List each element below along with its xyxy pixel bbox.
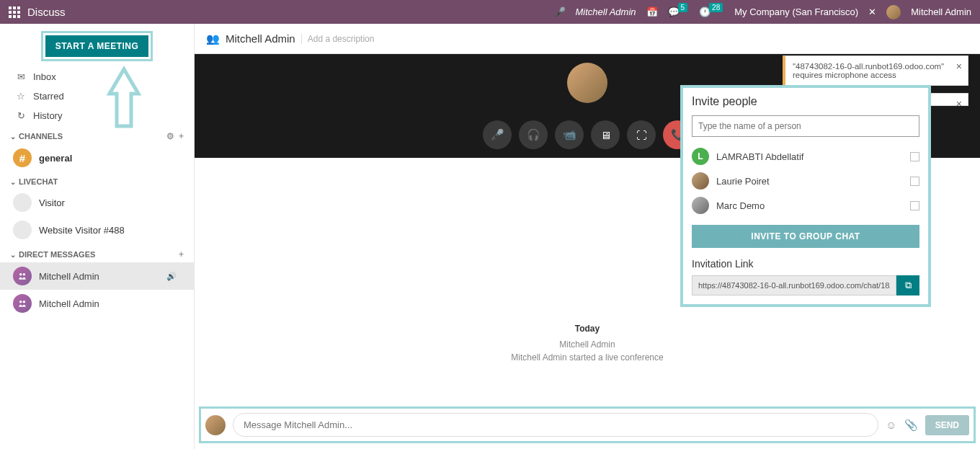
nav-starred[interactable]: ☆Starred	[0, 86, 194, 106]
section-actions: ⚙+	[166, 131, 184, 141]
plus-icon[interactable]: +	[179, 249, 184, 259]
invite-panel: Invite people L LAMRABTI Abdellatif Laur…	[680, 85, 931, 307]
system-message: Mitchell Admin Mitchell Admin started a …	[195, 338, 980, 364]
section-direct[interactable]: ⌄DIRECT MESSAGES+	[0, 244, 194, 262]
chat-icon[interactable]: 💬5	[668, 6, 690, 17]
person-row[interactable]: L LAMRABTI Abdellatif	[692, 144, 919, 169]
sidebar: START A MEETING ✉Inbox ☆Starred ↻History…	[0, 24, 195, 449]
checkbox[interactable]	[910, 177, 919, 186]
composer-avatar	[205, 415, 226, 435]
calendar-icon[interactable]: 📅	[646, 6, 658, 17]
avatar	[13, 267, 32, 285]
section-label: LIVECHAT	[19, 177, 58, 186]
fullscreen-button[interactable]: ⛶	[627, 120, 656, 149]
person-name: Marc Demo	[716, 200, 765, 211]
topbar: Discuss 🎤 Mitchell Admin 📅 💬5 🕐28 My Com…	[0, 0, 980, 24]
meeting-btn-highlight: START A MEETING	[41, 31, 153, 61]
person-name: Laurie Poiret	[716, 176, 770, 187]
checkbox[interactable]	[910, 201, 919, 210]
section-label: DIRECT MESSAGES	[19, 250, 95, 259]
start-meeting-button[interactable]: START A MEETING	[45, 35, 149, 57]
username[interactable]: Mitchell Admin	[911, 6, 971, 17]
annotation-arrow-up	[107, 65, 141, 130]
hash-icon: #	[13, 148, 32, 167]
settings-icon[interactable]: ✕	[868, 6, 876, 17]
mic-icon[interactable]: 🎤	[554, 6, 566, 17]
history-icon: ↻	[16, 110, 26, 121]
star-icon: ☆	[16, 91, 26, 102]
nav-label: Starred	[33, 91, 64, 102]
person-row[interactable]: Laurie Poiret	[692, 169, 919, 193]
chat-badge: 5	[678, 3, 688, 12]
notification-text: "48743082-16-0-all.runbot169.odoo.com" r…	[793, 62, 944, 79]
invite-search-input[interactable]	[692, 115, 919, 137]
nav-history[interactable]: ↻History	[0, 106, 194, 125]
invitation-link-title: Invitation Link	[692, 258, 919, 270]
close-icon[interactable]: ×	[956, 98, 962, 110]
message-input[interactable]	[233, 413, 878, 437]
close-icon[interactable]: ×	[956, 61, 962, 72]
copy-link-button[interactable]: ⧉	[896, 275, 919, 295]
composer-highlight: ☺ 📎 SEND	[199, 406, 976, 443]
livechat-item[interactable]: Website Visitor #488	[0, 216, 194, 244]
livechat-name: Website Visitor #488	[39, 225, 125, 236]
send-button[interactable]: SEND	[925, 415, 969, 435]
clock-icon[interactable]: 🕐28	[699, 6, 724, 17]
invite-title: Invite people	[692, 95, 919, 108]
invite-button[interactable]: INVITE TO GROUP CHAT	[692, 225, 919, 248]
emoji-icon[interactable]: ☺	[886, 419, 896, 432]
dm-item[interactable]: Mitchell Admin	[0, 290, 194, 317]
user-avatar[interactable]	[886, 5, 901, 19]
mute-button[interactable]: 🎤	[483, 120, 512, 149]
invitation-link-input[interactable]	[692, 275, 896, 295]
msg-text: Mitchell Admin started a live conference	[195, 351, 980, 364]
voice-user: Mitchell Admin	[576, 6, 636, 17]
chevron-down-icon: ⌄	[10, 178, 16, 186]
channel-item[interactable]: #general	[0, 144, 194, 172]
nav-inbox[interactable]: ✉Inbox	[0, 67, 194, 86]
avatar	[13, 221, 32, 239]
dm-item[interactable]: Mitchell Admin🔊	[0, 262, 194, 290]
composer-icons: ☺ 📎	[886, 419, 917, 432]
headphones-button[interactable]: 🎧	[519, 120, 548, 149]
apps-icon[interactable]	[9, 6, 20, 18]
svg-point-1	[23, 273, 25, 276]
chevron-down-icon: ⌄	[10, 133, 16, 141]
notification: "48743082-16-0-all.runbot169.odoo.com" r…	[783, 55, 968, 86]
msg-author: Mitchell Admin	[195, 338, 980, 351]
plus-icon[interactable]: +	[179, 131, 184, 141]
svg-point-2	[19, 301, 22, 303]
content-header: 👥 Mitchell Admin Add a description	[195, 24, 980, 54]
video-controls: 🎤 🎧 📹 🖥 ⛶ 📞	[483, 120, 692, 149]
participant-avatar	[567, 63, 607, 103]
attach-icon[interactable]: 📎	[904, 419, 918, 432]
screen-share-button[interactable]: 🖥	[591, 120, 620, 149]
svg-point-0	[19, 273, 22, 276]
gear-icon[interactable]: ⚙	[166, 131, 174, 141]
livechat-item[interactable]: Visitor	[0, 189, 194, 216]
checkbox[interactable]	[910, 152, 919, 161]
avatar	[13, 294, 32, 313]
thread-name: Mitchell Admin	[226, 32, 295, 45]
section-livechat[interactable]: ⌄LIVECHAT	[0, 172, 194, 189]
link-row: ⧉	[692, 275, 919, 295]
person-row[interactable]: Marc Demo	[692, 193, 919, 218]
person-name: LAMRABTI Abdellatif	[716, 151, 803, 162]
avatar	[13, 193, 32, 212]
thread-description[interactable]: Add a description	[301, 34, 375, 44]
nav-label: Inbox	[33, 71, 56, 82]
person-avatar	[692, 197, 709, 214]
section-channels[interactable]: ⌄CHANNELS⚙+	[0, 125, 194, 144]
nav-label: History	[33, 110, 62, 121]
person-avatar: L	[692, 148, 709, 165]
section-actions: +	[179, 249, 184, 259]
dm-name: Mitchell Admin	[39, 298, 99, 309]
main: START A MEETING ✉Inbox ☆Starred ↻History…	[0, 24, 980, 449]
clock-badge: 28	[709, 3, 723, 12]
content: 👥 Mitchell Admin Add a description 🎤 🎧 📹…	[195, 24, 980, 449]
company-name[interactable]: My Company (San Francisco)	[734, 6, 858, 17]
chevron-down-icon: ⌄	[10, 251, 16, 259]
sound-icon[interactable]: 🔊	[166, 272, 177, 281]
camera-button[interactable]: 📹	[555, 120, 584, 149]
person-avatar	[692, 172, 709, 190]
